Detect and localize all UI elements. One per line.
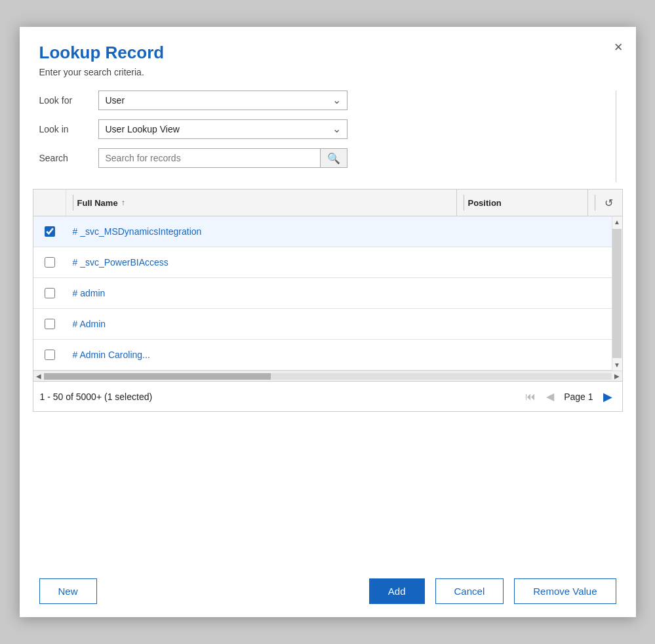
header-position: Position bbox=[456, 190, 587, 216]
hscroll-thumb bbox=[44, 373, 271, 380]
grid-body-wrapper: # _svc_MSDynamicsIntegration # _svc_Powe… bbox=[33, 216, 622, 371]
table-row: # admin bbox=[33, 278, 612, 309]
row-fullname-5[interactable]: # Admin Caroling... bbox=[66, 350, 481, 360]
col-divider-3 bbox=[595, 195, 595, 211]
table-row: # Admin bbox=[33, 309, 612, 340]
add-button[interactable]: Add bbox=[369, 578, 425, 604]
lookup-dialog: Lookup Record Enter your search criteria… bbox=[20, 27, 636, 617]
cancel-button[interactable]: Cancel bbox=[435, 578, 504, 604]
next-page-button[interactable]: ▶ bbox=[600, 388, 616, 405]
remove-value-button[interactable]: Remove Value bbox=[514, 578, 616, 604]
refresh-button[interactable]: ↺ bbox=[602, 195, 616, 211]
dialog-subtitle: Enter your search criteria. bbox=[39, 67, 616, 77]
row-checkbox-2 bbox=[33, 247, 66, 277]
grid-footer: 1 - 50 of 5000+ (1 selected) ⏮ ◀ Page 1 … bbox=[33, 381, 622, 411]
scroll-down-arrow[interactable]: ▼ bbox=[612, 359, 622, 371]
look-in-select[interactable]: User Lookup View bbox=[98, 119, 347, 139]
record-count: 1 - 50 of 5000+ (1 selected) bbox=[40, 392, 153, 402]
position-header-label: Position bbox=[468, 198, 502, 208]
look-in-label: Look in bbox=[39, 124, 98, 134]
first-page-button[interactable]: ⏮ bbox=[522, 390, 539, 404]
header-fullname: Full Name ↑ bbox=[66, 190, 456, 216]
hscroll-left-arrow[interactable]: ◀ bbox=[35, 372, 43, 380]
grid-actions: ↺ bbox=[587, 190, 622, 216]
scroll-up-arrow[interactable]: ▲ bbox=[612, 216, 622, 228]
vertical-scrollbar[interactable]: ▲ ▼ bbox=[612, 216, 622, 371]
search-button[interactable]: 🔍 bbox=[320, 149, 347, 167]
row-fullname-2[interactable]: # _svc_PowerBIAccess bbox=[66, 257, 481, 268]
search-control: 🔍 bbox=[98, 148, 347, 168]
look-in-select-wrapper: User Lookup View bbox=[98, 119, 347, 139]
table-row: # Admin Caroling... bbox=[33, 340, 612, 371]
look-for-select-wrapper: User bbox=[98, 91, 347, 110]
close-button[interactable]: × bbox=[614, 40, 623, 54]
table-row: # _svc_PowerBIAccess bbox=[33, 247, 612, 278]
prev-page-button[interactable]: ◀ bbox=[543, 389, 557, 404]
row-select-1[interactable] bbox=[45, 226, 55, 237]
dialog-header: Lookup Record Enter your search criteria… bbox=[20, 27, 636, 84]
form-fields: Look for User Look in User Lookup View bbox=[39, 91, 616, 182]
row-select-5[interactable] bbox=[45, 350, 55, 360]
grid-header: Full Name ↑ Position ↺ bbox=[33, 190, 622, 216]
look-for-select[interactable]: User bbox=[98, 91, 347, 110]
col-divider bbox=[73, 195, 73, 211]
dialog-footer: New Add Cancel Remove Value bbox=[20, 565, 636, 617]
new-button[interactable]: New bbox=[39, 578, 97, 604]
search-wrapper: 🔍 bbox=[98, 148, 347, 168]
search-row: Search 🔍 bbox=[39, 148, 616, 168]
row-fullname-4[interactable]: # Admin bbox=[66, 319, 481, 329]
hscroll-right-arrow[interactable]: ▶ bbox=[613, 372, 621, 380]
row-checkbox-5 bbox=[33, 340, 66, 370]
hscroll-track[interactable] bbox=[44, 373, 612, 380]
row-select-2[interactable] bbox=[45, 257, 55, 268]
look-in-row: Look in User Lookup View bbox=[39, 119, 616, 139]
grid-body: # _svc_MSDynamicsIntegration # _svc_Powe… bbox=[33, 216, 612, 371]
page-label: Page 1 bbox=[564, 392, 593, 402]
dialog-title: Lookup Record bbox=[39, 43, 616, 63]
row-checkbox-1 bbox=[33, 216, 66, 247]
look-for-label: Look for bbox=[39, 95, 98, 106]
form-divider bbox=[616, 91, 616, 182]
row-fullname-3[interactable]: # admin bbox=[66, 288, 481, 298]
look-in-control: User Lookup View bbox=[98, 119, 347, 139]
col-divider-2 bbox=[464, 195, 464, 211]
sort-icon[interactable]: ↑ bbox=[121, 198, 125, 207]
search-input[interactable] bbox=[99, 149, 320, 167]
row-checkbox-4 bbox=[33, 309, 66, 339]
scroll-track[interactable] bbox=[612, 229, 622, 358]
row-checkbox-3 bbox=[33, 278, 66, 308]
form-area: Look for User Look in User Lookup View bbox=[20, 84, 636, 182]
row-select-3[interactable] bbox=[45, 288, 55, 298]
search-label: Search bbox=[39, 153, 98, 163]
header-checkbox-col bbox=[33, 190, 66, 216]
data-grid: Full Name ↑ Position ↺ # _svc_MSDynam bbox=[33, 189, 623, 412]
look-for-control: User bbox=[98, 91, 347, 110]
pagination: ⏮ ◀ Page 1 ▶ bbox=[522, 388, 615, 405]
row-fullname-1[interactable]: # _svc_MSDynamicsIntegration bbox=[66, 226, 481, 237]
horizontal-scrollbar[interactable]: ◀ ▶ bbox=[33, 371, 622, 381]
fullname-header-label: Full Name bbox=[77, 198, 118, 208]
row-select-4[interactable] bbox=[45, 319, 55, 329]
look-for-row: Look for User bbox=[39, 91, 616, 110]
table-row: # _svc_MSDynamicsIntegration bbox=[33, 216, 612, 247]
